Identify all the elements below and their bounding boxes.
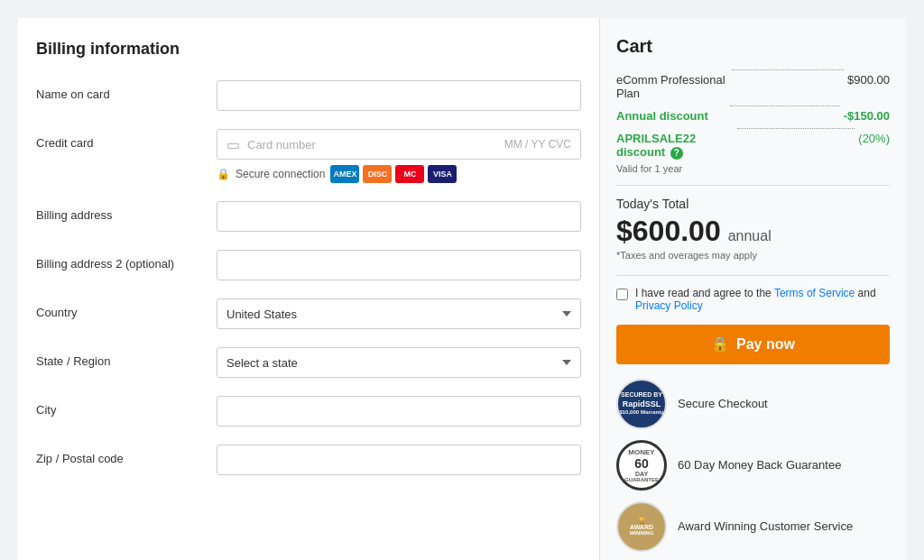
billing-title: Billing information [36,40,581,59]
page-container: Billing information Name on card Credit … [18,18,906,560]
billing-address-label: Billing address [36,201,217,222]
credit-card-icon: ▭ [226,136,240,153]
amex-badge: AMEX [330,165,359,183]
discover-badge: DISC [363,165,392,183]
ssl-badge: SECURED BY RapidSSL $10,000 Warranty [616,379,667,429]
cart-line-discount: Annual discount -$150.00 [616,109,890,123]
money-back-label: 60 Day Money Back Guarantee [678,458,841,472]
billing-address-row: Billing address [36,201,581,232]
today-total-amount: $600.00 [616,215,721,248]
lock-icon: 🔒 [217,168,230,180]
state-label: State / Region [36,347,217,368]
billing-address2-row: Billing address 2 (optional) [36,250,581,280]
country-row: Country United States Canada United King… [36,298,581,329]
zip-input[interactable] [217,445,581,475]
city-input[interactable] [217,396,581,427]
cart-discount-price: -$150.00 [844,109,890,123]
cart-dots-2 [730,106,840,106]
cart-promo-label: APRILSALE22 discount ? [616,132,734,160]
terms-text: I have read and agree to the Terms of Se… [635,287,890,312]
cart-line-plan: eComm Professional Plan $900.00 [616,73,890,100]
name-on-card-input[interactable] [217,80,581,111]
mastercard-badge: MC [395,165,424,183]
terms-of-service-link[interactable]: Terms of Service [774,287,855,299]
cart-discount-label: Annual discount [616,109,726,123]
name-on-card-field [217,80,581,111]
card-number-placeholder: Card number [247,138,497,151]
country-label: Country [36,298,217,319]
billing-address2-field [217,250,581,280]
name-on-card-row: Name on card [36,80,581,111]
money-back-badge: MONEY 60 DAY GUARANTEE [616,440,667,491]
lock-pay-icon: 🔒 [711,335,729,353]
terms-row: I have read and agree to the Terms of Se… [616,287,890,312]
trust-item-money: MONEY 60 DAY GUARANTEE 60 Day Money Back… [616,440,890,491]
credit-card-label: Credit card [36,129,217,150]
cart-title: Cart [616,36,890,57]
billing-section: Billing information Name on card Credit … [18,18,599,560]
trust-item-award: 🏆 AWARD WINNING Award Winning Customer S… [616,501,890,552]
credit-card-row: Credit card ▭ Card number MM / YY CVC 🔒 … [36,129,581,183]
card-badges: AMEX DISC MC VISA [330,165,457,183]
trust-item-ssl: SECURED BY RapidSSL $10,000 Warranty Sec… [616,379,890,429]
credit-card-input-container[interactable]: ▭ Card number MM / YY CVC [217,129,581,160]
country-select[interactable]: United States Canada United Kingdom Aust… [217,298,581,329]
state-select[interactable]: Select a state California New York Texas… [217,347,581,378]
pay-now-button[interactable]: 🔒 Pay now [616,325,890,364]
award-label: Award Winning Customer Service [678,519,853,533]
promo-info-icon[interactable]: ? [670,147,683,160]
city-label: City [36,396,217,417]
zip-row: Zip / Postal code [36,445,581,475]
credit-card-field: ▭ Card number MM / YY CVC 🔒 Secure conne… [217,129,581,183]
visa-badge: VISA [428,165,457,183]
state-row: State / Region Select a state California… [36,347,581,378]
today-total-label: Today's Total [616,197,890,211]
billing-address-input[interactable] [217,201,581,232]
secure-connection-label: Secure connection [236,168,325,180]
divider-2 [616,275,890,276]
taxes-note: *Taxes and overages may apply [616,250,890,261]
country-field: United States Canada United Kingdom Aust… [217,298,581,329]
valid-text: Valid for 1 year [616,163,890,174]
terms-checkbox[interactable] [616,289,628,300]
today-total-price-row: $600.00 annual [616,215,890,248]
pay-button-label: Pay now [736,336,795,353]
award-badge: 🏆 AWARD WINNING [616,501,667,552]
card-date-cvc-placeholder: MM / YY CVC [504,138,571,151]
city-row: City [36,396,581,427]
cart-dots-3 [737,128,855,129]
city-field [217,396,581,427]
cart-plan-label: eComm Professional Plan [616,73,728,100]
secure-connection: 🔒 Secure connection AMEX DISC MC VISA [217,165,581,183]
ssl-label: Secure Checkout [678,397,768,410]
billing-address2-input[interactable] [217,250,581,280]
state-field: Select a state California New York Texas… [217,347,581,378]
billing-address2-label: Billing address 2 (optional) [36,250,217,271]
cart-dots-1 [732,69,844,70]
privacy-policy-link[interactable]: Privacy Policy [635,299,703,312]
zip-label: Zip / Postal code [36,445,217,465]
annual-label: annual [728,228,772,244]
cart-promo-price: (20%) [858,132,890,145]
cart-line-promo: APRILSALE22 discount ? (20%) [616,132,890,160]
zip-field [217,445,581,475]
billing-address-field [217,201,581,232]
trust-items: SECURED BY RapidSSL $10,000 Warranty Sec… [616,379,890,552]
divider-1 [616,185,890,186]
name-on-card-label: Name on card [36,80,217,101]
cart-section: Cart eComm Professional Plan $900.00 Ann… [599,18,906,560]
cart-plan-price: $900.00 [847,73,890,87]
